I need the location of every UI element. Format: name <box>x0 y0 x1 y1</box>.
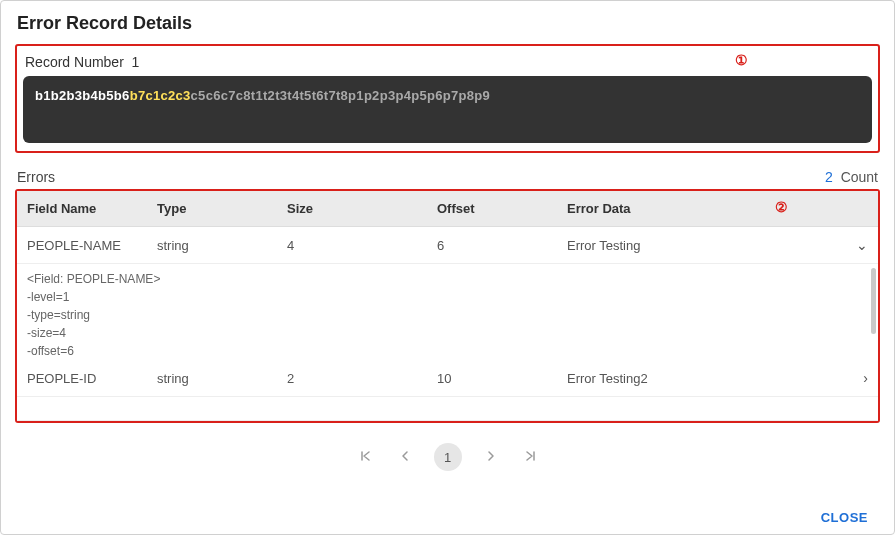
table-row-empty <box>17 397 878 421</box>
cell-field: PEOPLE-ID <box>17 360 147 397</box>
col-size: Size <box>277 191 427 227</box>
errors-count-label: Count <box>841 169 878 185</box>
scrollbar-thumb[interactable] <box>871 268 876 334</box>
cell-offset: 10 <box>427 360 557 397</box>
errors-count-number: 2 <box>825 169 833 185</box>
pager-last-icon <box>524 450 536 462</box>
cell-errdata: Error Testing2 <box>557 360 838 397</box>
cell-errdata: Error Testing <box>557 227 838 264</box>
dialog-footer: CLOSE <box>15 502 880 534</box>
close-button[interactable]: CLOSE <box>815 509 874 526</box>
table-row[interactable]: PEOPLE-ID string 2 10 Error Testing2 › <box>17 360 878 397</box>
table-header-row: Field Name Type Size Offset Error Data <box>17 191 878 227</box>
errors-label: Errors <box>17 169 55 185</box>
detail-line: <Field: PEOPLE-NAME> <box>27 270 868 288</box>
detail-line: -size=4 <box>27 324 868 342</box>
record-number-value: 1 <box>132 54 140 70</box>
chevron-right-icon[interactable]: › <box>838 360 878 397</box>
pager: 1 <box>15 433 880 477</box>
row-detail: <Field: PEOPLE-NAME> -level=1 -type=stri… <box>17 264 878 361</box>
page-title: Error Record Details <box>17 13 880 34</box>
pager-current-page[interactable]: 1 <box>434 443 462 471</box>
pager-prev-icon <box>400 450 410 462</box>
cell-field: PEOPLE-NAME <box>17 227 147 264</box>
record-number-label: Record Number <box>25 54 124 70</box>
callout-2: ② <box>775 199 788 215</box>
cell-type: string <box>147 227 277 264</box>
errors-count: 2 Count <box>825 169 878 185</box>
cell-size: 2 <box>277 360 427 397</box>
errors-header: Errors 2 Count <box>17 169 878 185</box>
pager-first-icon <box>360 450 372 462</box>
cell-size: 4 <box>277 227 427 264</box>
col-type: Type <box>147 191 277 227</box>
cell-type: string <box>147 360 277 397</box>
table-row[interactable]: PEOPLE-NAME string 4 6 Error Testing ⌄ <box>17 227 878 264</box>
pager-last-button[interactable] <box>520 445 540 469</box>
detail-line: -level=1 <box>27 288 868 306</box>
hex-pre: b1b2b3b4b5b6 <box>35 88 130 103</box>
col-offset: Offset <box>427 191 557 227</box>
pager-next-button[interactable] <box>482 445 500 469</box>
hex-dump: b1b2b3b4b5b6b7c1c2c3c5c6c7c8t1t2t3t4t5t6… <box>23 76 872 143</box>
record-section: ① Record Number 1 b1b2b3b4b5b6b7c1c2c3c5… <box>15 44 880 153</box>
pager-prev-button[interactable] <box>396 445 414 469</box>
callout-1: ① <box>735 52 748 68</box>
pager-first-button[interactable] <box>356 445 376 469</box>
pager-next-icon <box>486 450 496 462</box>
errors-table: Field Name Type Size Offset Error Data P… <box>17 191 878 421</box>
col-errdata: Error Data <box>557 191 838 227</box>
errors-table-section: ② Field Name Type Size Offset Error Data… <box>15 189 880 423</box>
chevron-down-icon[interactable]: ⌄ <box>838 227 878 264</box>
cell-offset: 6 <box>427 227 557 264</box>
detail-line: -offset=6 <box>27 342 868 360</box>
error-record-dialog: Error Record Details ① Record Number 1 b… <box>0 0 895 535</box>
detail-line: -type=string <box>27 306 868 324</box>
col-field: Field Name <box>17 191 147 227</box>
hex-post: c5c6c7c8t1t2t3t4t5t6t7t8p1p2p3p4p5p6p7p8… <box>191 88 490 103</box>
hex-highlight: b7c1c2c3 <box>130 88 191 103</box>
